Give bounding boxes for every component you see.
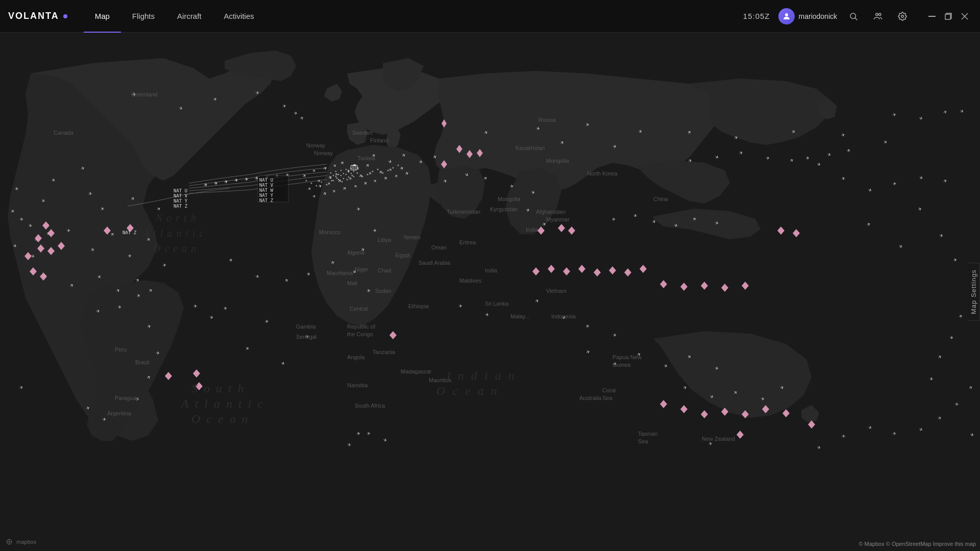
svg-text:Tasman: Tasman	[638, 431, 658, 437]
svg-text:✈: ✈	[19, 216, 24, 222]
svg-point-244	[393, 167, 394, 169]
svg-text:✈: ✈	[100, 206, 106, 212]
svg-marker-190	[624, 268, 631, 277]
svg-text:NAT V: NAT V	[259, 183, 274, 188]
svg-text:✈: ✈	[584, 121, 591, 128]
svg-text:India: India	[485, 267, 498, 273]
nav-item-flights[interactable]: Flights	[121, 0, 166, 33]
svg-point-336	[351, 168, 352, 169]
svg-text:✈: ✈	[306, 271, 311, 277]
svg-text:✈: ✈	[42, 272, 47, 279]
svg-marker-179	[467, 150, 473, 158]
svg-marker-177	[442, 119, 447, 128]
svg-text:Morocco: Morocco	[319, 229, 340, 235]
svg-marker-187	[578, 265, 585, 273]
svg-text:Tanzania: Tanzania	[373, 349, 396, 355]
svg-point-331	[338, 174, 339, 175]
svg-text:✈: ✈	[146, 374, 152, 381]
svg-text:✈: ✈	[135, 396, 140, 402]
svg-text:Afghanistan: Afghanistan	[536, 209, 566, 215]
user-area[interactable]: mariodonick	[778, 8, 837, 24]
window-controls	[925, 9, 972, 23]
svg-text:✈: ✈	[959, 108, 965, 115]
svg-text:NAT U: NAT U	[259, 178, 273, 183]
svg-text:Algeria: Algeria	[347, 249, 365, 256]
svg-text:NAT W: NAT W	[259, 188, 274, 193]
svg-text:✈: ✈	[328, 174, 333, 180]
restore-button[interactable]	[941, 9, 955, 23]
svg-text:✈: ✈	[146, 323, 152, 330]
svg-text:✈: ✈	[334, 171, 339, 177]
svg-text:✈: ✈	[525, 207, 530, 213]
svg-text:✈: ✈	[353, 184, 358, 189]
svg-text:✈: ✈	[509, 183, 514, 189]
people-icon[interactable]	[870, 8, 886, 24]
svg-marker-192	[660, 280, 667, 288]
svg-text:✈: ✈	[255, 273, 260, 280]
svg-text:✈: ✈	[244, 177, 250, 182]
svg-text:Russia: Russia	[538, 117, 556, 123]
svg-text:Mauritius: Mauritius	[429, 377, 452, 383]
svg-marker-207	[35, 234, 42, 242]
svg-text:✈: ✈	[360, 246, 366, 253]
svg-text:✈: ✈	[148, 287, 154, 294]
svg-text:✈: ✈	[958, 313, 964, 319]
svg-text:✈: ✈	[10, 208, 16, 215]
svg-point-233	[336, 178, 338, 179]
svg-text:✈: ✈	[387, 159, 393, 165]
map-settings-tab[interactable]: Map Settings	[968, 263, 980, 321]
svg-text:✈: ✈	[332, 163, 338, 168]
search-icon[interactable]	[845, 8, 862, 24]
map-container[interactable]: ✈ ✈ ✈ ✈ ✈ ✈ ✈ ✈ ✈ ✈ ✈ ✈ ✈ ✈ ✈ ✈ ✈ ✈ ✈ ✈ …	[0, 33, 980, 551]
svg-marker-196	[742, 282, 749, 290]
svg-text:✈: ✈	[96, 274, 102, 280]
svg-text:Guinea: Guinea	[612, 362, 631, 368]
svg-text:Vietnam: Vietnam	[546, 288, 567, 294]
svg-text:North Korea: North Korea	[587, 170, 618, 177]
svg-text:Chad: Chad	[378, 267, 391, 273]
svg-text:Gambia: Gambia	[296, 323, 316, 330]
svg-text:✈: ✈	[155, 350, 160, 356]
svg-point-242	[382, 172, 384, 174]
svg-text:✈: ✈	[305, 333, 310, 339]
logo-dot	[63, 14, 67, 18]
close-button[interactable]	[958, 9, 972, 23]
svg-text:✈: ✈	[943, 178, 948, 184]
nav-item-aircraft[interactable]: Aircraft	[166, 0, 213, 33]
svg-text:✈: ✈	[765, 155, 770, 161]
nav-item-activities[interactable]: Activities	[213, 0, 265, 33]
svg-line-2	[855, 18, 857, 20]
svg-text:✈: ✈	[739, 149, 744, 156]
svg-text:✈: ✈	[432, 154, 438, 160]
svg-text:✈: ✈	[484, 312, 489, 318]
svg-text:✈: ✈	[214, 181, 219, 186]
svg-text:Ethiopia: Ethiopia	[408, 303, 429, 309]
svg-point-243	[387, 170, 389, 171]
svg-text:NAT Z: NAT Z	[122, 230, 137, 235]
svg-text:Mali: Mali	[347, 280, 357, 286]
svg-marker-181	[441, 160, 447, 168]
svg-text:✈: ✈	[638, 129, 643, 135]
svg-text:Mongolia: Mongolia	[546, 158, 570, 164]
svg-text:✈: ✈	[322, 190, 328, 197]
svg-text:✈: ✈	[355, 165, 361, 171]
svg-text:✈: ✈	[918, 174, 924, 181]
svg-text:✈: ✈	[651, 218, 657, 225]
svg-point-231	[326, 184, 328, 186]
svg-marker-210	[58, 242, 65, 250]
nav-item-map[interactable]: Map	[84, 0, 121, 33]
svg-text:✈: ✈	[373, 178, 378, 184]
svg-marker-189	[609, 266, 616, 274]
svg-text:New Zealand: New Zealand	[702, 436, 735, 442]
svg-point-234	[341, 181, 343, 183]
svg-text:✈: ✈	[307, 186, 313, 191]
minimize-button[interactable]	[925, 9, 939, 23]
settings-icon[interactable]	[894, 8, 911, 24]
svg-marker-221	[777, 227, 785, 235]
svg-text:✈: ✈	[14, 186, 19, 192]
svg-text:✈: ✈	[66, 228, 71, 234]
svg-text:✈: ✈	[443, 178, 448, 184]
svg-text:✈: ✈	[255, 90, 260, 96]
svg-rect-315	[258, 176, 288, 202]
svg-text:✈: ✈	[418, 159, 424, 165]
